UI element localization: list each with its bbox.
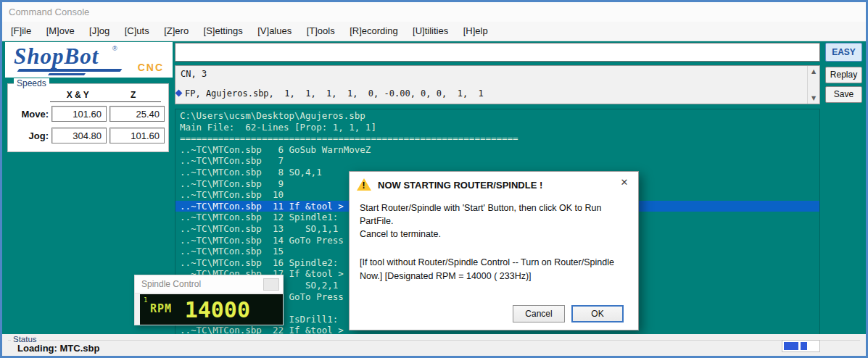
dialog-header: NOW STARTING ROUTER/SPINDLE ! ✕ (350, 172, 638, 191)
console-path-line: C:\Users\ucsm\Desktop\Agujeros.sbp (175, 110, 819, 122)
spindle-control-window: Spindle Control 1 RPM 14000 (134, 275, 284, 325)
menubar: [F]ile [M]ove [J]og [C]uts [Z]ero [S]ett… (2, 22, 866, 41)
jog-speed-xy-field[interactable]: 304.80 (51, 128, 107, 143)
ok-button[interactable]: OK (571, 305, 624, 322)
spindle-channel-label: 1 (144, 296, 147, 304)
current-command-marker-icon (175, 90, 183, 97)
close-icon[interactable]: ✕ (618, 177, 631, 190)
dialog-body: Start Router/Spindle with 'Start' Button… (350, 191, 638, 283)
command-history-entry[interactable]: FP, Agujeros.sbp, 1, 1, 1, 1, 0, -0.00, … (185, 88, 484, 99)
move-speed-row: Move:101.6025.40 (11, 106, 168, 122)
move-speed-z-field[interactable]: 25.40 (109, 106, 165, 122)
command-input[interactable] (175, 43, 820, 62)
jog-speed-row: Jog:304.80101.60 (11, 128, 168, 143)
scroll-up-icon[interactable]: ▲ (808, 68, 819, 75)
history-scrollbar[interactable]: ▲ ▼ (807, 66, 819, 104)
progress-segment (801, 342, 807, 350)
speeds-header-z: Z (106, 90, 162, 100)
registered-trademark-icon: ® (112, 45, 117, 52)
speeds-panel: Speeds X & Y Z Move:101.6025.40 Jog:304.… (7, 83, 169, 152)
jog-speed-z-field[interactable]: 101.60 (109, 128, 165, 143)
scroll-down-icon[interactable]: ▼ (808, 95, 819, 101)
easy-mode-button[interactable]: EASY (825, 43, 862, 62)
logo-brand-text: ShopBot (14, 43, 99, 70)
shopbot-logo: ShopBot ® CNC (5, 42, 173, 78)
progress-segment (784, 342, 798, 350)
console-info-line: Main File: 62-Lines [Prop: 1, 1, 1] (175, 122, 819, 133)
menu-item-cuts[interactable]: [C]uts (119, 22, 155, 40)
menu-item-settings[interactable]: [S]ettings (198, 22, 249, 40)
command-history[interactable]: CN, 3 FP, Agujeros.sbp, 1, 1, 1, 1, 0, -… (175, 65, 820, 104)
window-title: Command Console (9, 7, 89, 17)
menu-item-file[interactable]: [F]ile (5, 22, 37, 40)
menu-item-recording[interactable]: [R]ecording (344, 22, 403, 40)
menu-item-jog[interactable]: [J]og (83, 22, 115, 40)
console-separator: ========================================… (175, 133, 819, 144)
dialog-title: NOW STARTING ROUTER/SPINDLE ! (378, 178, 542, 191)
logo-underline (17, 69, 123, 72)
command-console-window: Command Console [F]ile [M]ove [J]og [C]u… (0, 0, 868, 358)
dialog-text-line: Cancel to terminate. (360, 228, 628, 241)
status-bar: Status Loading: MTC.sbp (2, 334, 866, 356)
rpm-value: 14000 (185, 297, 250, 322)
move-speed-label: Move: (11, 109, 49, 120)
menu-item-help[interactable]: [H]elp (458, 22, 494, 40)
status-frame-line (8, 340, 860, 341)
spindle-start-dialog: NOW STARTING ROUTER/SPINDLE ! ✕ Start Ro… (349, 171, 639, 330)
dialog-buttons: Cancel OK (513, 305, 624, 322)
menu-item-zero[interactable]: [Z]ero (158, 22, 194, 40)
dialog-text-line: [If tool without Router/Spindle Control … (360, 256, 628, 269)
titlebar[interactable]: Command Console (2, 2, 866, 22)
logo-cnc-label: CNC (138, 62, 164, 73)
rpm-display: 1 RPM 14000 (140, 294, 283, 325)
jog-speed-label: Jog: (11, 130, 49, 141)
menu-item-values[interactable]: [V]alues (252, 22, 297, 40)
speeds-headers: X & Y Z (50, 90, 161, 102)
menu-item-tools[interactable]: [T]ools (301, 22, 341, 40)
spindle-control-titlebar[interactable]: Spindle Control (135, 275, 283, 294)
speeds-header-xy: X & Y (50, 90, 106, 100)
console-line: ..~TC\MTCon.sbp 6 GoSub WarnMoveZ (175, 144, 819, 156)
spindle-control-title: Spindle Control (141, 279, 201, 289)
dialog-text-line: Now.] [Designated RPM = 14000 ( 233Hz)] (360, 270, 628, 283)
menu-item-move[interactable]: [M]ove (41, 22, 80, 40)
spindle-window-button[interactable] (263, 278, 279, 291)
progress-bar (782, 340, 820, 352)
dialog-text-line: Start Router/Spindle with 'Start' Button… (360, 201, 628, 228)
save-button[interactable]: Save (825, 86, 862, 103)
menu-item-utilities[interactable]: [U]tilities (407, 22, 454, 40)
replay-button[interactable]: Replay (825, 67, 862, 83)
rpm-label: RPM (150, 302, 172, 315)
command-history-entry[interactable]: CN, 3 (181, 69, 207, 79)
logo-underline-2 (48, 73, 86, 75)
cancel-button[interactable]: Cancel (513, 305, 565, 322)
console-line: ..~TC\MTCon.sbp 7 (175, 155, 819, 167)
move-speed-xy-field[interactable]: 101.60 (51, 106, 107, 122)
speeds-caption: Speeds (14, 78, 49, 88)
status-text: Loading: MTC.sbp (17, 343, 99, 354)
warning-icon (357, 178, 371, 191)
